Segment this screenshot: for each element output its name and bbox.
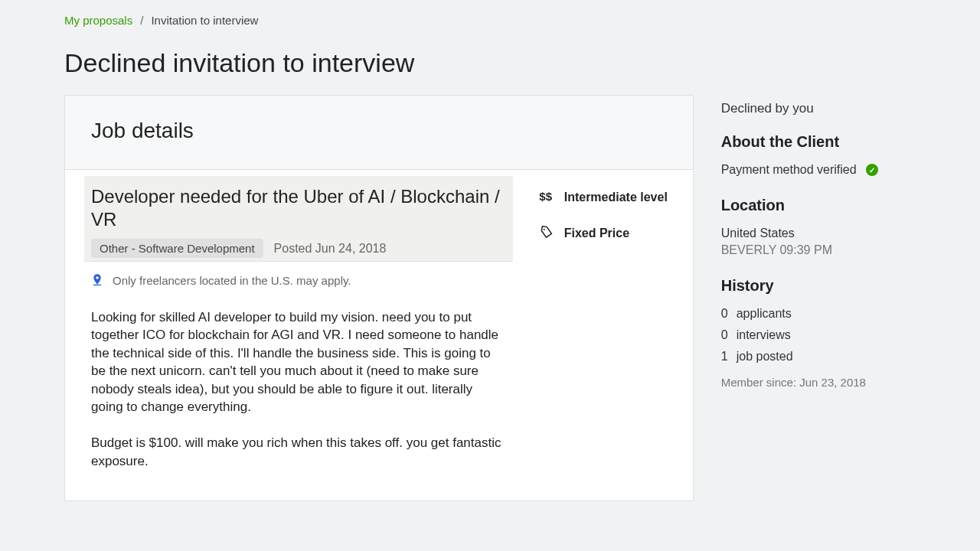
declined-by-label: Declined by you [721,101,916,116]
location-pin-icon [91,272,103,289]
interviews-count: 0 [721,328,730,342]
card-header: Job details [65,96,693,170]
client-city-time: BEVERLY 09:39 PM [721,243,916,257]
svg-point-0 [96,276,99,279]
member-since: Member since: Jun 23, 2018 [721,376,916,389]
experience-level: $$ Intermediate level [538,190,671,206]
svg-point-2 [543,228,544,230]
history-applicants: 0 applicants [721,307,916,321]
client-sidebar: Declined by you About the Client Payment… [721,95,916,409]
verified-check-icon: ✓ [866,164,878,176]
job-title-box: Developer needed for the Uber of AI / Bl… [84,176,513,262]
breadcrumb-root-link[interactable]: My proposals [64,14,132,27]
price-type: Fixed Price [538,226,671,242]
restriction-text: Only freelancers located in the U.S. may… [113,274,351,287]
job-description: Looking for skilled AI developer to buil… [91,308,506,470]
card-header-title: Job details [91,119,667,143]
applicants-label: applicants [737,307,792,321]
location-heading: Location [721,197,916,214]
client-country: United States [721,227,916,240]
experience-level-label: Intermediate level [564,190,668,206]
about-client-heading: About the Client [721,133,916,151]
job-title: Developer needed for the Uber of AI / Bl… [91,185,506,231]
posted-date: Posted Jun 24, 2018 [274,242,387,256]
breadcrumb-separator: / [140,14,143,27]
history-jobs: 1 job posted [721,350,916,364]
svg-rect-1 [93,285,102,285]
payment-verified-label: Payment method verified [721,163,857,177]
jobs-label: job posted [737,350,793,364]
category-tag[interactable]: Other - Software Development [91,239,263,258]
history-interviews: 0 interviews [721,328,916,342]
page-title: Declined invitation to interview [64,48,916,78]
job-details-card: Job details Developer needed for the Ube… [64,95,694,501]
price-tag-icon [538,226,554,242]
breadcrumb: My proposals / Invitation to interview [64,14,916,27]
applicants-count: 0 [721,307,730,321]
breadcrumb-current: Invitation to interview [151,14,258,27]
payment-verified-row: Payment method verified ✓ [721,163,916,177]
history-heading: History [721,277,916,295]
dollar-icon: $$ [538,190,554,206]
location-restriction: Only freelancers located in the U.S. may… [91,272,506,289]
interviews-label: interviews [737,328,791,342]
price-type-label: Fixed Price [564,226,629,242]
jobs-count: 1 [721,350,730,364]
